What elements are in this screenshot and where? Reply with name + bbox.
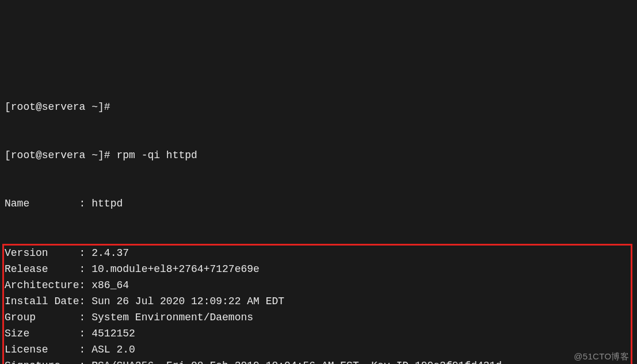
info-row: Architecture: x86_64	[5, 278, 630, 294]
rpm-info-top: Name : httpd	[5, 196, 632, 212]
watermark: @51CTO博客	[574, 350, 629, 363]
info-row: Install Date: Sun 26 Jul 2020 12:09:22 A…	[5, 294, 630, 310]
info-row: Version : 2.4.37	[5, 246, 630, 262]
info-row: Group : System Environment/Daemons	[5, 310, 630, 326]
shell-prompt: [root@servera ~]#	[5, 99, 632, 116]
info-row: Signature : RSA/SHA256, Fri 08 Feb 2019 …	[5, 358, 630, 364]
shell-command: [root@servera ~]# rpm -qi httpd	[5, 148, 632, 164]
info-row: License : ASL 2.0	[5, 342, 630, 358]
terminal-output[interactable]: [root@servera ~]# [root@servera ~]# rpm …	[5, 68, 632, 364]
info-row: Size : 4512152	[5, 326, 630, 342]
info-row: Release : 10.module+el8+2764+7127e69e	[5, 262, 630, 278]
highlight-box: Version : 2.4.37Release : 10.module+el8+…	[2, 244, 632, 364]
info-row: Name : httpd	[5, 196, 632, 212]
